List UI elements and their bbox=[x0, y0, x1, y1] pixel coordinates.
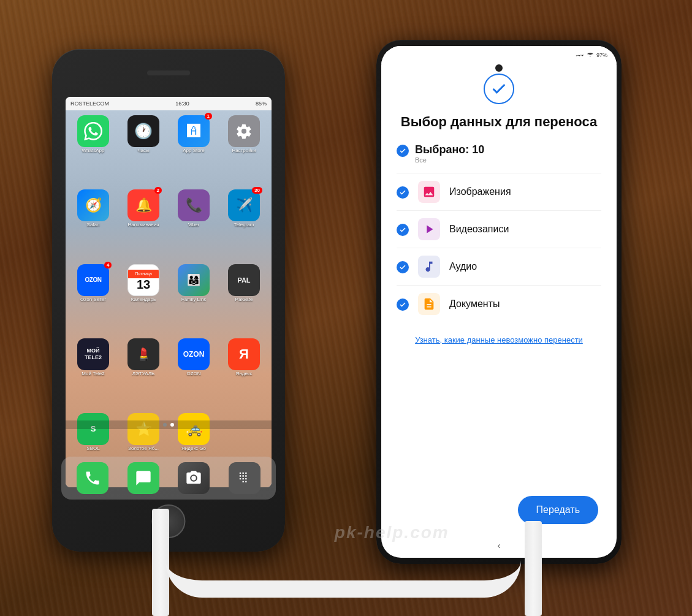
calendar-label: Календарь bbox=[131, 297, 156, 303]
clock-label: Часы bbox=[137, 148, 150, 154]
reminders-label: Напоминания bbox=[127, 222, 159, 228]
camera-icon bbox=[178, 462, 210, 494]
dock-phone[interactable] bbox=[77, 462, 108, 494]
keypad-icon bbox=[229, 462, 260, 494]
iphone-body: ROSTELECOM 16:30 85% WhatsApp 🕐 Часы bbox=[52, 49, 285, 552]
app-ozon-seller[interactable]: OZON 4 Ozon Seller bbox=[70, 264, 116, 333]
reminders-icon: 🔔 2 bbox=[127, 189, 159, 221]
selected-all-label: Все bbox=[415, 156, 484, 164]
images-label: Изображения bbox=[449, 186, 601, 197]
watermark: pk-help.com bbox=[335, 523, 449, 542]
app-safari[interactable]: 🧭 Safari bbox=[70, 189, 116, 259]
transfer-link[interactable]: Узнать, какие данные невозможно перенест… bbox=[415, 335, 583, 346]
ozon-seller-label: Ozon Seller bbox=[80, 297, 106, 303]
appstore-label: App Store bbox=[183, 148, 205, 154]
data-item-videos: Видеозаписи bbox=[397, 210, 601, 248]
zolotoe-label: Золотое Яб... bbox=[128, 446, 159, 452]
messages-icon bbox=[127, 462, 159, 494]
audio-check[interactable] bbox=[397, 261, 409, 273]
app-tele2[interactable]: МОЙTELE2 Мой Теle2 bbox=[70, 338, 116, 408]
app-ozon[interactable]: OZON OZON bbox=[171, 338, 216, 408]
data-item-documents: Документы bbox=[397, 285, 601, 322]
videos-icon bbox=[418, 218, 440, 240]
time-label: 16:30 bbox=[175, 101, 189, 107]
ozon-icon: OZON bbox=[178, 338, 210, 370]
transfer-title: Выбор данных для переноса bbox=[401, 113, 597, 131]
documents-check[interactable] bbox=[397, 298, 409, 311]
app-yandex[interactable]: Я Яндекс bbox=[221, 338, 267, 408]
android-body: 97% Выбор данных для переноса bbox=[376, 40, 622, 564]
app-reminders[interactable]: 🔔 2 Напоминания bbox=[121, 189, 166, 259]
familylink-icon: 👨‍👩‍👧 bbox=[178, 264, 210, 296]
battery-status: 97% bbox=[596, 52, 607, 58]
safari-label: Safari bbox=[87, 222, 100, 228]
selected-info: Выбрано: 10 Все bbox=[415, 143, 484, 164]
images-icon bbox=[418, 181, 440, 203]
selected-count: Выбрано: 10 bbox=[415, 143, 484, 156]
phone-icon bbox=[77, 462, 108, 494]
telegram-badge: 30 bbox=[252, 187, 262, 194]
transfer-button[interactable]: Передать bbox=[518, 496, 598, 524]
app-viber[interactable]: 📞 Viber bbox=[171, 189, 216, 259]
palgate-label: PalGate bbox=[235, 297, 253, 303]
dot-1 bbox=[163, 423, 167, 427]
cable-android bbox=[525, 521, 542, 616]
iphone-screen: ROSTELECOM 16:30 85% WhatsApp 🕐 Часы bbox=[66, 97, 272, 487]
app-whatsapp[interactable]: WhatsApp bbox=[70, 115, 116, 184]
yandexgo-label: Яндекс Go bbox=[181, 446, 206, 452]
telegram-label: Telegram bbox=[234, 222, 254, 228]
app-settings[interactable]: Настройки bbox=[221, 115, 267, 184]
app-telegram[interactable]: ✈️ 30 Telegram bbox=[221, 189, 267, 259]
android-status-bar: 97% bbox=[381, 46, 617, 64]
iphone-dock bbox=[61, 457, 276, 500]
data-item-audio: Аудио bbox=[397, 248, 601, 285]
app-palgate[interactable]: PAL PalGate bbox=[221, 264, 267, 333]
letual-icon: 💄 bbox=[127, 338, 159, 370]
android-camera bbox=[495, 64, 503, 72]
iphone-device: ROSTELECOM 16:30 85% WhatsApp 🕐 Часы bbox=[52, 49, 285, 552]
clock-icon: 🕐 bbox=[127, 115, 159, 147]
app-letual[interactable]: 💄 ЛЭТУАЛЬ bbox=[121, 338, 166, 408]
documents-label: Документы bbox=[449, 298, 601, 310]
app-appstore[interactable]: 🅰 1 App Store bbox=[171, 115, 216, 184]
reminders-badge: 2 bbox=[154, 187, 162, 194]
calendar-icon: Пятница 13 bbox=[127, 264, 159, 296]
dock-camera[interactable] bbox=[178, 462, 210, 494]
palgate-icon: PAL bbox=[228, 264, 260, 296]
ozon-seller-icon: OZON 4 bbox=[77, 264, 109, 296]
dock-messages[interactable] bbox=[127, 462, 159, 494]
app-clock[interactable]: 🕐 Часы bbox=[121, 115, 166, 184]
telegram-icon: ✈️ 30 bbox=[228, 189, 260, 221]
settings-label: Настройки bbox=[232, 148, 256, 154]
app-calendar[interactable]: Пятница 13 Календарь bbox=[121, 264, 166, 333]
whatsapp-icon bbox=[77, 115, 109, 147]
viber-icon: 📞 bbox=[178, 189, 210, 221]
audio-icon bbox=[418, 256, 440, 278]
images-check[interactable] bbox=[397, 186, 409, 199]
letual-label: ЛЭТУАЛЬ bbox=[132, 371, 154, 377]
appstore-badge: 1 bbox=[205, 113, 212, 120]
videos-label: Видеозаписи bbox=[449, 224, 601, 235]
data-item-images: Изображения bbox=[397, 173, 601, 210]
whatsapp-label: WhatsApp bbox=[82, 148, 105, 154]
cable-loop bbox=[165, 549, 521, 598]
ozon-label: OZON bbox=[186, 371, 200, 377]
android-screen: 97% Выбор данных для переноса bbox=[381, 46, 617, 558]
documents-icon bbox=[418, 293, 440, 315]
yandex-icon: Я bbox=[228, 338, 260, 370]
sbol-label: SBOL bbox=[86, 446, 99, 452]
viber-label: Viber bbox=[188, 222, 200, 228]
videos-check[interactable] bbox=[397, 224, 409, 236]
familylink-label: Family Link bbox=[181, 297, 206, 303]
dot-2 bbox=[170, 423, 174, 427]
android-content: Выбор данных для переноса Выбрано: 10 Вс… bbox=[381, 64, 617, 558]
dock-keypad[interactable] bbox=[229, 462, 260, 494]
select-all-check[interactable] bbox=[397, 145, 409, 157]
safari-icon: 🧭 bbox=[77, 189, 109, 221]
settings-icon bbox=[228, 115, 260, 147]
battery-label: 85% bbox=[256, 101, 267, 107]
check-circle bbox=[484, 74, 514, 104]
app-familylink[interactable]: 👨‍👩‍👧 Family Link bbox=[171, 264, 216, 333]
carrier-label: ROSTELECOM bbox=[70, 101, 109, 107]
appstore-icon: 🅰 1 bbox=[178, 115, 210, 147]
